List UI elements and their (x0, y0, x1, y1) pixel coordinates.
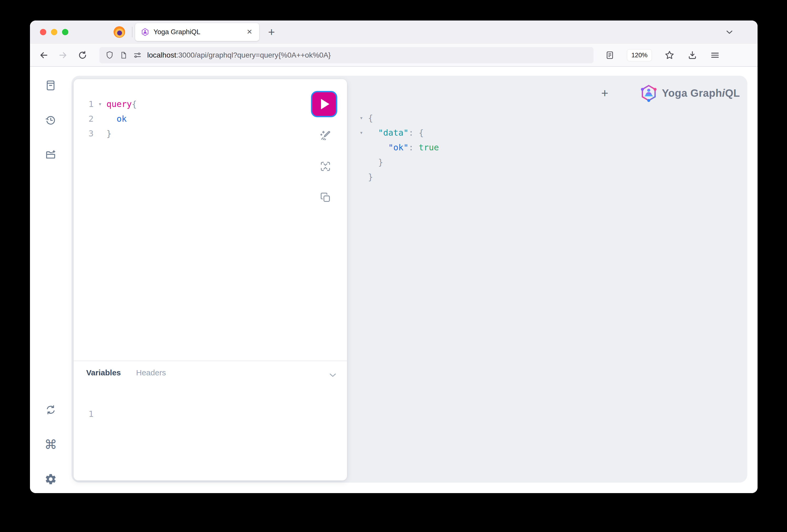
response-line-5: } (360, 170, 439, 184)
add-session-tab-button[interactable]: + (601, 87, 608, 99)
yoga-logo-icon (640, 84, 658, 102)
collapse-panel-chevron-icon[interactable] (327, 370, 338, 380)
minimize-window-button[interactable] (51, 29, 57, 35)
graphiql-page: ⌘ + (30, 67, 758, 493)
copy-query-button[interactable] (319, 191, 332, 204)
refetch-schema-icon[interactable] (45, 404, 57, 416)
fullscreen-window-button[interactable] (62, 29, 68, 35)
tab-favicon-yoga-icon (141, 28, 149, 36)
field-ok: ok (106, 114, 127, 124)
url-path: :3000/api/graphql?query=query{%0A++ok%0A… (176, 51, 331, 59)
query-line-2: 2 ok (73, 111, 305, 126)
prettify-wand-icon (319, 129, 332, 142)
key-data: "data" (378, 128, 409, 138)
response-line-1: ▾ { (360, 111, 439, 125)
browser-tab-yoga-graphiql[interactable]: Yoga GraphiQL ✕ (135, 23, 259, 41)
toolbar-right-controls: 120% (605, 49, 720, 61)
response-line-2: ▾ "data": { (360, 125, 439, 140)
merge-fragments-button[interactable] (319, 160, 332, 173)
editor-tools (319, 129, 332, 204)
graphiql-sidebar: ⌘ (30, 67, 71, 493)
list-all-tabs-chevron-icon[interactable] (724, 27, 735, 37)
execute-query-button[interactable] (311, 91, 337, 117)
merge-icon (319, 160, 332, 172)
fold-arrow-icon[interactable]: ▾ (360, 111, 368, 125)
menu-hamburger-icon[interactable] (710, 50, 720, 60)
line-number: 2 (73, 111, 93, 126)
new-tab-button[interactable]: + (268, 26, 275, 38)
navigation-toolbar: localhost:3000/api/graphql?query=query{%… (30, 44, 758, 67)
downloads-icon[interactable] (687, 50, 697, 60)
prettify-button[interactable] (319, 129, 332, 142)
tab-divider (132, 27, 132, 37)
open-brace: { (132, 99, 137, 109)
window-controls (40, 29, 68, 35)
line-number: 3 (73, 126, 93, 141)
fold-arrow-icon[interactable]: ▾ (93, 97, 106, 111)
open-collection-icon[interactable] (45, 149, 57, 161)
tab-bar: Yoga GraphiQL ✕ + (30, 21, 758, 44)
query-line-3: 3 } (73, 126, 305, 141)
tab-title: Yoga GraphiQL (153, 28, 246, 36)
forward-button[interactable] (57, 49, 69, 61)
history-icon[interactable] (45, 114, 57, 126)
close-window-button[interactable] (40, 29, 46, 35)
fold-arrow-icon[interactable]: ▾ (360, 125, 368, 140)
line-number: 1 (73, 97, 93, 111)
session-header: + (601, 76, 747, 110)
logo-text: Yoga GraphiQL (662, 87, 740, 99)
response-line-3: "ok": true (360, 140, 439, 155)
yoga-graphiql-logo: Yoga GraphiQL (640, 84, 740, 102)
copy-icon (319, 191, 332, 204)
value-true: true (419, 143, 439, 152)
key-ok: "ok" (388, 143, 408, 152)
shortcut-keys-icon[interactable]: ⌘ (45, 439, 57, 450)
query-line-1: 1 ▾ query{ (73, 97, 305, 111)
response-line-4: } (360, 155, 439, 170)
editor-card: 1 ▾ query{ 2 ok 3 } (73, 79, 347, 481)
bookmark-star-icon[interactable] (664, 50, 675, 61)
variables-editor[interactable]: 1 (73, 407, 93, 421)
docs-icon[interactable] (45, 79, 57, 91)
firefox-logo-icon (113, 26, 125, 38)
keyword-query: query (106, 99, 132, 109)
url-text[interactable]: localhost:3000/api/graphql?query=query{%… (147, 51, 331, 59)
tab-headers[interactable]: Headers (136, 368, 166, 377)
zoom-level-indicator[interactable]: 120% (627, 49, 652, 61)
reload-button[interactable] (77, 49, 88, 61)
url-host: localhost (147, 51, 176, 59)
url-bar[interactable]: localhost:3000/api/graphql?query=query{%… (99, 47, 594, 63)
browser-window: Yoga GraphiQL ✕ + (30, 21, 758, 493)
permissions-sliders-icon[interactable] (133, 51, 142, 60)
play-icon (321, 99, 329, 109)
settings-icon[interactable] (45, 473, 57, 485)
editor-divider (73, 361, 347, 361)
tracking-protection-shield-icon[interactable] (105, 51, 114, 60)
reader-view-icon[interactable] (605, 50, 615, 60)
secondary-editor-tabs: Variables Headers (86, 368, 166, 377)
tab-variables[interactable]: Variables (86, 368, 121, 377)
back-button[interactable] (38, 49, 49, 61)
line-number: 1 (73, 407, 93, 421)
query-editor[interactable]: 1 ▾ query{ 2 ok 3 } (73, 97, 305, 141)
response-viewer: ▾ { ▾ "data": { "ok": true } (360, 111, 439, 184)
tab-close-icon[interactable]: ✕ (246, 28, 253, 36)
session-panel: + (71, 76, 747, 483)
page-info-icon[interactable] (119, 51, 128, 59)
close-brace: } (106, 129, 111, 139)
